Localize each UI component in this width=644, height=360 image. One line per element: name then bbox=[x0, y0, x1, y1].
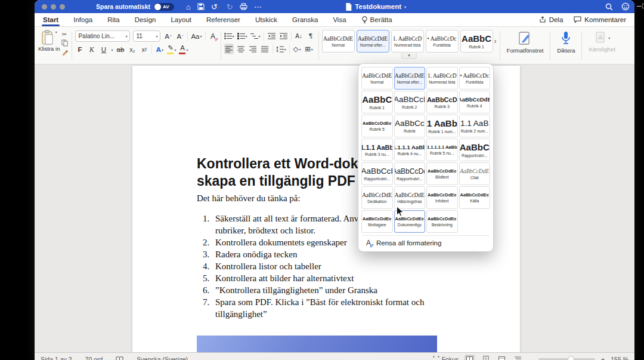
autosave-toggle[interactable]: AV bbox=[154, 3, 174, 11]
zoom-in-button[interactable]: + bbox=[601, 356, 605, 360]
panel-style-rubrik-1[interactable]: AaBbCRubrik 1 bbox=[361, 91, 393, 113]
tab-rita[interactable]: Rita bbox=[107, 13, 119, 26]
gallery-style-punktlista[interactable]: • AaBbCcDcPunktlista bbox=[426, 30, 459, 53]
multilevel-list-button[interactable]: ▾ bbox=[250, 30, 261, 41]
panel-style-normal[interactable]: AaBbCcDdENormal bbox=[361, 67, 393, 90]
document-image[interactable] bbox=[197, 336, 437, 352]
sensitivity-button[interactable]: ▾ Känslighet bbox=[585, 29, 618, 63]
bold-button[interactable]: F bbox=[75, 44, 84, 55]
tab-design[interactable]: Design bbox=[135, 13, 156, 26]
panel-style-numrerad-lista[interactable]: 1. AaBbCcDNumrerad lista bbox=[426, 67, 458, 90]
panel-style-rubrik-2-num[interactable]: 1.1 AaBRubrik 2 num... bbox=[459, 115, 491, 137]
panel-style-citat[interactable]: AaBbCcDdECitat bbox=[459, 162, 491, 185]
panel-style-rapportrubri[interactable]: AaBbCcIRapportrubri... bbox=[361, 162, 393, 185]
view-reading-button[interactable] bbox=[465, 355, 475, 360]
home-button[interactable]: ⌂ bbox=[186, 2, 191, 11]
font-color-button[interactable]: A▾ bbox=[179, 44, 188, 55]
panel-style-källa[interactable]: AaBbCcDdEeKälla bbox=[459, 186, 491, 209]
more-commands-button[interactable]: ⋯ bbox=[254, 2, 262, 11]
panel-style-mottagare[interactable]: AaBbCcDdEeMottagare bbox=[361, 210, 393, 233]
tab-visa[interactable]: Visa bbox=[333, 13, 346, 26]
superscript-button[interactable]: x² bbox=[140, 44, 148, 55]
format-pane-button[interactable]: Formatfönstret bbox=[503, 29, 547, 63]
panel-style-rapportrubri[interactable]: AaBbCRapportrubri... bbox=[459, 139, 491, 161]
focus-button[interactable]: Fokus bbox=[433, 356, 459, 360]
panel-style-infotext[interactable]: AaBbCcDdEeInfotext bbox=[426, 186, 458, 209]
borders-button[interactable]: ⊞▾ bbox=[305, 44, 314, 54]
change-case-button[interactable]: Aa▾ bbox=[191, 31, 202, 42]
feedback-smiley-icon[interactable] bbox=[621, 2, 630, 11]
panel-style-rubrik-5-nu[interactable]: 1.1.1.1.1 AaBbRubrik 5 nu... bbox=[426, 139, 458, 161]
copy-button[interactable] bbox=[61, 39, 68, 47]
paste-button[interactable]: ▾ Klistra in bbox=[38, 30, 60, 63]
shrink-font-button[interactable]: Aˇ bbox=[175, 31, 184, 42]
gallery-style-numrerad-lista[interactable]: 1. AaBbCcDNumrerad lista bbox=[391, 30, 424, 53]
panel-style-bildtext[interactable]: AaBbCcDdEeBildtext bbox=[426, 162, 458, 185]
shading-button[interactable]: ◇▾ bbox=[293, 44, 302, 54]
styles-expand-button[interactable]: ▼ bbox=[401, 53, 417, 59]
cut-button[interactable]: ✂ bbox=[61, 31, 69, 38]
dictate-button[interactable]: Diktera bbox=[553, 29, 578, 63]
word-count[interactable]: 70 ord bbox=[85, 356, 103, 360]
document-title-menu[interactable]: Testdokument ▾ bbox=[345, 3, 406, 11]
gallery-style-normal[interactable]: AaBbCcDdENormal bbox=[322, 30, 355, 53]
comments-button[interactable]: Kommentarer bbox=[574, 16, 626, 23]
bullet-list-button[interactable]: ▾ bbox=[224, 30, 234, 41]
panel-style-normal-efter[interactable]: AaBbCcDdENormal efter... bbox=[394, 67, 426, 90]
search-icon[interactable] bbox=[605, 3, 613, 11]
italic-button[interactable]: K bbox=[87, 44, 96, 55]
panel-style-rubrik-4[interactable]: AaBbCcDdERubrik 4 bbox=[459, 91, 491, 113]
align-center-button[interactable] bbox=[237, 44, 246, 54]
line-spacing-button[interactable]: ▾ bbox=[276, 44, 286, 54]
view-outline-button[interactable] bbox=[513, 355, 523, 360]
tab-utskick[interactable]: Utskick bbox=[255, 13, 277, 26]
zoom-level[interactable]: 155 % bbox=[611, 356, 628, 360]
tab-layout[interactable]: Layout bbox=[171, 13, 191, 26]
view-web-layout-button[interactable] bbox=[497, 355, 507, 360]
zoom-button[interactable] bbox=[60, 4, 65, 10]
format-painter-button[interactable] bbox=[61, 48, 69, 56]
proofing-button[interactable] bbox=[116, 356, 123, 360]
tab-infoga[interactable]: Infoga bbox=[73, 13, 92, 26]
clear-formatting-button[interactable]: A bbox=[209, 31, 218, 42]
panel-style-dedikation[interactable]: AaBbCcDdEDedikation bbox=[361, 186, 393, 209]
page-indicator[interactable]: Sida 1 av 2 bbox=[41, 356, 72, 360]
sort-button[interactable]: A↓ bbox=[295, 30, 304, 41]
print-button[interactable] bbox=[240, 3, 247, 10]
save-button[interactable] bbox=[197, 3, 205, 10]
panel-style-rubrik-5[interactable]: AaBbCcDdEeRubrik 5 bbox=[361, 115, 393, 137]
strikethrough-button[interactable]: ab bbox=[116, 44, 125, 55]
language-button[interactable]: Svenska (Sverige) bbox=[137, 356, 188, 360]
share-button[interactable]: Dela bbox=[539, 16, 564, 23]
grow-font-button[interactable]: A^ bbox=[163, 31, 172, 42]
tab-referenser[interactable]: Referenser bbox=[206, 13, 240, 26]
tab-berätta[interactable]: Berätta bbox=[361, 13, 392, 26]
show-paragraph-marks-button[interactable]: ¶ bbox=[306, 30, 315, 41]
panel-style-rubrik-3-nu[interactable]: 1.1.1 AaBbRubrik 3 nu... bbox=[361, 139, 393, 161]
close-button[interactable] bbox=[42, 4, 47, 10]
panel-style-rubrik-4-nu[interactable]: 1.1.1.1 AaBbRubrik 4 nu... bbox=[394, 139, 426, 161]
text-effects-button[interactable]: A▾ bbox=[155, 44, 164, 55]
panel-style-punktlista[interactable]: • AaBbCcDcPunktlista bbox=[459, 67, 491, 90]
zoom-slider-knob[interactable] bbox=[568, 356, 574, 360]
numbered-list-button[interactable]: ▾ bbox=[237, 30, 247, 41]
gallery-style-normal-efter[interactable]: AaBbCcDdENormal efter... bbox=[357, 30, 389, 53]
tab-granska[interactable]: Granska bbox=[292, 13, 318, 26]
font-size-select[interactable]: 11▾ bbox=[133, 30, 160, 42]
panel-style-rubrik[interactable]: AaBbCcRubrik bbox=[394, 115, 426, 137]
zoom-out-button[interactable]: – bbox=[529, 356, 532, 360]
gallery-scroll-button[interactable]: › bbox=[494, 37, 497, 45]
underline-button[interactable]: U bbox=[99, 44, 108, 55]
font-name-select[interactable]: Palatino Lin...▾ bbox=[75, 30, 130, 42]
panel-style-rubrik-1-num[interactable]: 1 AaBbRubrik 1 num... bbox=[426, 115, 458, 137]
view-print-layout-button[interactable] bbox=[481, 355, 491, 360]
clear-all-formatting-button[interactable]: A Rensa all formatering bbox=[361, 236, 490, 250]
minimize-button[interactable] bbox=[51, 4, 56, 10]
align-left-button[interactable] bbox=[224, 44, 234, 54]
gallery-style-rubrik-1[interactable]: AaBbCRubrik 1 bbox=[460, 30, 493, 53]
redo-button[interactable]: ↻ bbox=[227, 2, 233, 11]
panel-style-rapportrubri[interactable]: AaBbCcDcRapportrubri... bbox=[394, 162, 426, 185]
align-right-button[interactable] bbox=[249, 44, 258, 54]
undo-button[interactable]: ↺▾ bbox=[211, 2, 220, 11]
tab-start[interactable]: Start bbox=[43, 13, 58, 26]
